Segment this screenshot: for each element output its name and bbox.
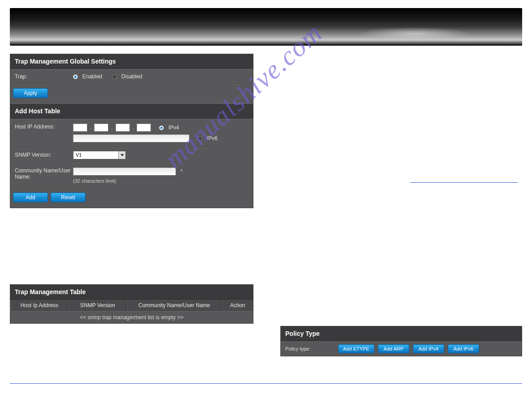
add-ipv6-button[interactable]: Add IPv6 <box>448 344 479 353</box>
trap-enabled-radio[interactable] <box>73 74 78 79</box>
trap-table-col-action: Action <box>222 300 253 311</box>
policy-type-label: Policy type: <box>285 346 335 351</box>
ip-dot: . <box>111 124 112 131</box>
community-input[interactable] <box>73 167 176 176</box>
ip-octet-2[interactable] <box>94 124 108 132</box>
trap-table-header-row: Host Ip Address SNMP Version Community N… <box>10 300 253 311</box>
chevron-down-icon <box>118 151 125 159</box>
apply-button[interactable]: Apply <box>13 88 48 98</box>
trap-global-title: Trap Management Global Settings <box>10 54 253 69</box>
host-ip-label: Host IP Address: <box>15 124 73 130</box>
trap-label: Trap: <box>15 73 73 80</box>
ip-dot: . <box>90 124 91 131</box>
header-banner <box>10 8 522 46</box>
snmp-version-select[interactable]: V1 <box>73 151 126 159</box>
right-link[interactable] <box>410 182 518 183</box>
trap-table-col-snmp: SNMP Version <box>69 300 127 311</box>
reset-button[interactable]: Reset <box>51 193 86 202</box>
snmp-version-label: SNMP Version: <box>15 152 73 158</box>
add-button[interactable]: Add <box>13 193 48 202</box>
ip-octet-1[interactable] <box>73 124 87 132</box>
add-host-title: Add Host Table <box>10 103 253 119</box>
trap-table-empty: << snmp trap managerment list is empty >… <box>10 311 253 323</box>
ip-dot: . <box>133 124 134 131</box>
ipv4-radio[interactable] <box>159 125 164 130</box>
add-ipv4-button[interactable]: Add IPv4 <box>413 344 444 353</box>
trap-global-panel: Trap Management Global Settings Trap: En… <box>10 54 253 208</box>
policy-type-title: Policy Type <box>281 326 522 341</box>
add-etype-button[interactable]: Add ETYPE <box>338 344 374 353</box>
trap-disabled-label: Disabled <box>121 73 142 80</box>
ipv4-label: IPv4 <box>168 124 179 131</box>
snmp-version-value: V1 <box>76 152 82 158</box>
ipv6-input[interactable] <box>73 134 189 142</box>
trap-table-col-host: Host Ip Address <box>10 300 69 311</box>
ipv6-label: IPv6 <box>207 135 218 141</box>
ip-octet-4[interactable] <box>137 124 151 132</box>
trap-disabled-radio[interactable] <box>112 74 117 79</box>
community-label: Community Name/User Name: <box>15 167 73 180</box>
trap-table-col-community: Community Name/User Name <box>127 300 222 311</box>
trap-table-title: Trap Management Table <box>10 285 253 300</box>
policy-type-panel: Policy Type Policy type: Add ETYPE Add A… <box>280 326 522 356</box>
required-asterisk: * <box>180 168 183 175</box>
add-arp-button[interactable]: Add ARP <box>378 344 409 353</box>
ip-octet-3[interactable] <box>116 124 130 132</box>
page-divider <box>10 383 522 384</box>
trap-table-panel: Trap Management Table Host Ip Address SN… <box>10 284 253 324</box>
ipv6-radio[interactable] <box>197 136 202 141</box>
trap-enabled-label: Enabled <box>82 73 102 80</box>
community-hint: (32 characters limit) <box>73 178 249 184</box>
